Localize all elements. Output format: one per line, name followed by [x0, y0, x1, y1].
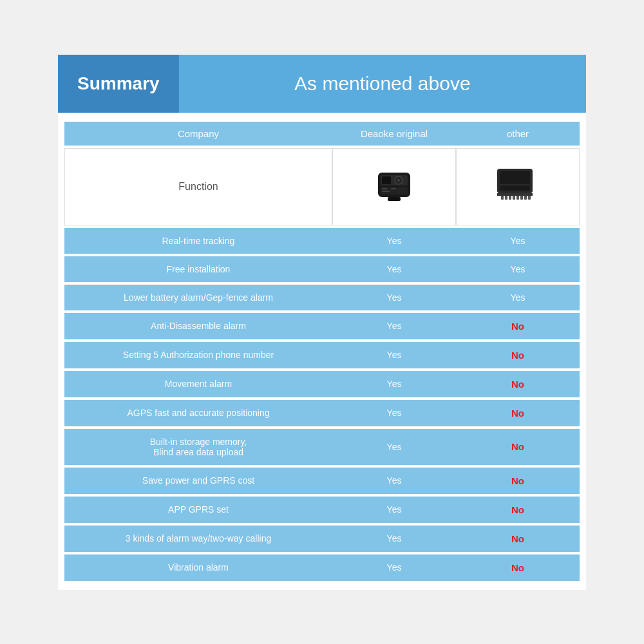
feature-cell: Anti-Disassemble alarm [64, 313, 332, 339]
feature-cell: Save power and GPRS cost [64, 468, 332, 494]
deaoke-value: Yes [332, 429, 456, 465]
table-row: Setting 5 Authorization phone numberYesN… [64, 342, 580, 368]
function-label: Function [64, 148, 332, 225]
deaoke-value: Yes [332, 342, 456, 368]
table-row: Vibration alarmYesNo [64, 554, 580, 581]
other-value: Yes [456, 228, 580, 254]
table-data-rows: Real-time trackingYesYesFree installatio… [64, 228, 580, 581]
table-row: Movement alarmYesNo [64, 371, 580, 397]
feature-cell: Vibration alarm [64, 554, 332, 581]
deaoke-value: Yes [332, 313, 456, 339]
other-value: No [456, 526, 580, 552]
deaoke-value: Yes [332, 228, 456, 254]
feature-cell: Real-time tracking [64, 228, 332, 254]
svg-rect-9 [391, 188, 396, 189]
svg-rect-2 [382, 176, 391, 184]
other-value: Yes [456, 256, 580, 282]
feature-cell: Free installation [64, 256, 332, 282]
deaoke-value: Yes [332, 497, 456, 523]
svg-rect-12 [500, 185, 530, 191]
feature-cell: Movement alarm [64, 371, 332, 397]
col-header-feature: Company [64, 122, 332, 146]
header-title-text: As mentioned above [294, 73, 471, 95]
table-row: Real-time trackingYesYes [64, 228, 580, 254]
summary-label: Summary [77, 73, 160, 94]
feature-cell: Setting 5 Authorization phone number [64, 342, 332, 368]
feature-cell: 3 kinds of alarm way/two-way calling [64, 526, 332, 552]
deaoke-value: Yes [332, 400, 456, 426]
other-value: Yes [456, 285, 580, 310]
other-value: No [456, 554, 580, 581]
deaoke-device-cell [332, 148, 456, 225]
other-value: No [456, 468, 580, 494]
deaoke-value: Yes [332, 256, 456, 282]
other-device-image [492, 164, 544, 209]
other-value: No [456, 497, 580, 523]
other-value: No [456, 371, 580, 397]
table-row: 3 kinds of alarm way/two-way callingYesN… [64, 526, 580, 552]
other-value: No [456, 342, 580, 368]
other-device-cell [456, 148, 580, 225]
table-row: Save power and GPRS costYesNo [64, 468, 580, 494]
comparison-table-wrap: Company Deaoke original other Function [58, 113, 586, 590]
deaoke-value: Yes [332, 554, 456, 581]
deaoke-device-svg [372, 167, 417, 206]
table-row: AGPS fast and accurate positioningYesNo [64, 400, 580, 426]
svg-rect-5 [388, 197, 401, 201]
summary-block: Summary [58, 55, 179, 113]
table-row: APP GPRS setYesNo [64, 497, 580, 523]
other-value: No [456, 313, 580, 339]
svg-rect-21 [497, 193, 533, 196]
other-value: No [456, 400, 580, 426]
deaoke-value: Yes [332, 468, 456, 494]
col-header-other: other [456, 122, 580, 146]
header-title: As mentioned above [179, 55, 586, 113]
deaoke-value: Yes [332, 285, 456, 310]
feature-cell: Lower battery alarm/Gep-fence alarm [64, 285, 332, 310]
comparison-table: Company Deaoke original other Function [64, 119, 580, 583]
other-device-svg [492, 166, 544, 207]
table-row: Built-in storage memory, Blind area data… [64, 429, 580, 465]
header: Summary As mentioned above [58, 55, 586, 113]
table-header-row: Company Deaoke original other [64, 122, 580, 146]
table-row: Anti-Disassemble alarmYesNo [64, 313, 580, 339]
feature-cell: AGPS fast and accurate positioning [64, 400, 332, 426]
table-function-row: Function [64, 148, 580, 225]
svg-point-4 [397, 178, 401, 182]
col-header-deaoke: Deaoke original [332, 122, 456, 146]
table-row: Lower battery alarm/Gep-fence alarmYesYe… [64, 285, 580, 310]
svg-rect-8 [382, 191, 390, 192]
svg-rect-7 [382, 188, 387, 189]
deaoke-value: Yes [332, 371, 456, 397]
table-row: Free installationYesYes [64, 256, 580, 282]
feature-cell: Built-in storage memory, Blind area data… [64, 429, 332, 465]
feature-cell: APP GPRS set [64, 497, 332, 523]
svg-rect-11 [500, 171, 530, 184]
deaoke-device-image [368, 164, 420, 209]
other-value: No [456, 429, 580, 465]
deaoke-value: Yes [332, 526, 456, 552]
main-container: Summary As mentioned above Company Deaok… [58, 55, 586, 590]
